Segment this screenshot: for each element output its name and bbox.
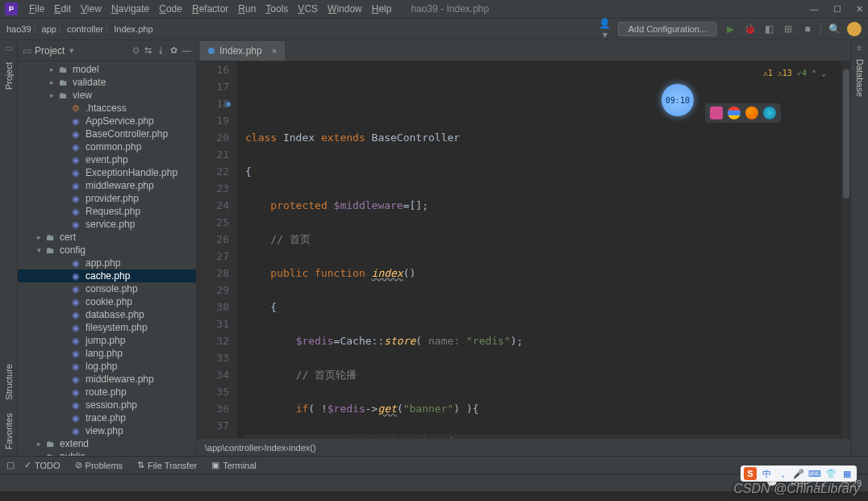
line-number[interactable]: 38 <box>197 434 229 438</box>
ime-lang-icon[interactable]: 中 <box>760 467 773 480</box>
collapse-all-icon[interactable]: ⭳ <box>156 45 165 56</box>
ime-bar[interactable]: S 中 ， 🎤 ⌨ 👕 ▦ <box>741 466 857 482</box>
line-number[interactable]: 16 <box>197 61 229 78</box>
tree-file[interactable]: ◉console.php <box>18 282 196 295</box>
tree-file[interactable]: ◉trace.php <box>18 411 196 424</box>
line-number[interactable]: 26 <box>197 231 229 248</box>
line-number[interactable]: 23 <box>197 180 229 197</box>
tree-file[interactable]: ◉AppService.php <box>18 115 196 127</box>
editor-tab[interactable]: Index.php × <box>200 41 285 61</box>
code-area[interactable]: 161718●192021222324252627282930313233343… <box>197 61 850 438</box>
run-icon[interactable]: ▶ <box>724 23 737 35</box>
ime-voice-icon[interactable]: 🎤 <box>792 467 805 480</box>
tree-file[interactable]: ◉cookie.php <box>18 295 196 308</box>
line-number[interactable]: 24 <box>197 197 229 214</box>
menu-run[interactable]: Run <box>233 3 261 15</box>
inspection-summary[interactable]: ⚠1 ⚠13 ✓4 ⌃⌄ <box>763 65 826 81</box>
tree-folder[interactable]: ▸🖿validate <box>18 76 196 89</box>
settings-icon[interactable]: ✿ <box>170 45 177 56</box>
tree-file[interactable]: ◉database.php <box>18 308 196 321</box>
tree-file[interactable]: ◉provider.php <box>18 192 196 205</box>
expand-all-icon[interactable]: ⇆ <box>144 45 152 56</box>
menu-edit[interactable]: Edit <box>49 3 76 15</box>
chevron-down-icon[interactable]: ▼ <box>68 47 75 55</box>
tree-file[interactable]: ◉cache.php <box>18 269 196 282</box>
line-number[interactable]: 21 <box>197 146 229 163</box>
tree-folder[interactable]: ▸🖿cert <box>18 231 196 244</box>
tree-file[interactable]: ◉log.php <box>18 360 196 373</box>
line-number[interactable]: 20 <box>197 129 229 146</box>
tool-window-quick-access-icon[interactable]: ▢ <box>6 460 15 470</box>
left-tab-structure[interactable]: Structure <box>2 357 15 407</box>
line-number[interactable]: 17 <box>197 78 229 95</box>
line-number[interactable]: 32 <box>197 332 229 349</box>
line-gutter[interactable]: 161718●192021222324252627282930313233343… <box>197 61 237 438</box>
tree-expander-icon[interactable]: ▸ <box>47 65 56 73</box>
clock-widget[interactable]: 09:10 <box>661 84 694 116</box>
sogou-icon[interactable]: S <box>744 467 757 480</box>
menu-tools[interactable]: Tools <box>261 3 293 15</box>
tree-folder[interactable]: ▸🖿view <box>18 89 196 102</box>
tree-folder[interactable]: ▸🖿public <box>18 450 196 456</box>
tree-file[interactable]: ◉common.php <box>18 140 196 153</box>
profile-icon[interactable]: ⊞ <box>782 23 795 35</box>
menu-refactor[interactable]: Refactor <box>187 3 233 15</box>
left-tab-favorites[interactable]: Favorites <box>2 407 15 456</box>
line-number[interactable]: 19 <box>197 112 229 129</box>
tree-file[interactable]: ◉event.php <box>18 153 196 166</box>
tree-file[interactable]: ⚙.htaccess <box>18 102 196 115</box>
terminal-tool[interactable]: ▣ Terminal <box>211 460 257 470</box>
database-icon[interactable]: ≡ <box>858 44 862 52</box>
menu-help[interactable]: Help <box>367 3 397 15</box>
tree-file[interactable]: ◉filesystem.php <box>18 321 196 334</box>
editor-vertical-scrollbar[interactable] <box>841 61 850 438</box>
close-tab-icon[interactable]: × <box>272 46 277 56</box>
file-transfer-tool[interactable]: ⇅ File Transfer <box>137 460 197 470</box>
chrome-icon[interactable] <box>728 106 741 119</box>
maximize-icon[interactable]: ☐ <box>833 4 841 15</box>
browser-tray[interactable] <box>705 103 781 123</box>
code-content[interactable]: ⚠1 ⚠13 ✓4 ⌃⌄ 09:10 class Index extends B… <box>237 61 841 438</box>
tree-expander-icon[interactable]: ▸ <box>34 440 44 448</box>
menu-view[interactable]: View <box>76 3 106 15</box>
edge-icon[interactable] <box>763 106 776 119</box>
code-breadcrumbs[interactable]: \app\controller › Index › index() <box>197 438 850 456</box>
tree-expander-icon[interactable]: ▸ <box>34 453 44 456</box>
avatar[interactable] <box>847 22 862 36</box>
add-configuration-button[interactable]: Add Configuration... <box>618 22 717 36</box>
right-tab-database[interactable]: Database <box>853 52 866 103</box>
ime-toolbox-icon[interactable]: ▦ <box>841 467 853 480</box>
tree-file[interactable]: ◉Request.php <box>18 205 196 218</box>
line-number[interactable]: 35 <box>197 383 229 400</box>
breadcrumb[interactable]: hao39 <box>6 24 31 34</box>
tree-expander-icon[interactable]: ▸ <box>34 233 44 241</box>
breadcrumb[interactable]: controller <box>67 24 103 34</box>
stop-icon[interactable]: ■ <box>801 23 814 35</box>
ime-punct-icon[interactable]: ， <box>776 467 789 480</box>
search-icon[interactable]: 🔍 <box>828 23 841 35</box>
menu-file[interactable]: File <box>24 3 49 15</box>
hide-icon[interactable]: ― <box>182 45 191 56</box>
problems-tool[interactable]: ⊘ Problems <box>75 460 123 470</box>
coverage-icon[interactable]: ◧ <box>762 23 775 35</box>
tree-file[interactable]: ◉ExceptionHandle.php <box>18 166 196 179</box>
line-number[interactable]: 22 <box>197 163 229 180</box>
firefox-icon[interactable] <box>745 106 758 119</box>
line-number[interactable]: 34 <box>197 366 229 383</box>
line-number[interactable]: 31 <box>197 315 229 332</box>
tree-file[interactable]: ◉jump.php <box>18 334 196 347</box>
tree-expander-icon[interactable]: ▸ <box>47 78 56 86</box>
line-number[interactable]: 18● <box>197 95 229 112</box>
line-number[interactable]: 29 <box>197 282 229 299</box>
line-number[interactable]: 27 <box>197 248 229 265</box>
menu-code[interactable]: Code <box>154 3 187 15</box>
line-number[interactable]: 37 <box>197 417 229 434</box>
tree-folder[interactable]: ▸🖿extend <box>18 437 196 450</box>
line-number[interactable]: 33 <box>197 349 229 366</box>
left-tab-project[interactable]: Project <box>2 56 15 96</box>
tree-folder[interactable]: ▸🖿model <box>18 63 196 76</box>
phpstorm-icon[interactable] <box>710 106 723 119</box>
tree-expander-icon[interactable]: ▾ <box>34 246 44 254</box>
ime-skin-icon[interactable]: 👕 <box>824 467 837 480</box>
line-number[interactable]: 25 <box>197 214 229 231</box>
